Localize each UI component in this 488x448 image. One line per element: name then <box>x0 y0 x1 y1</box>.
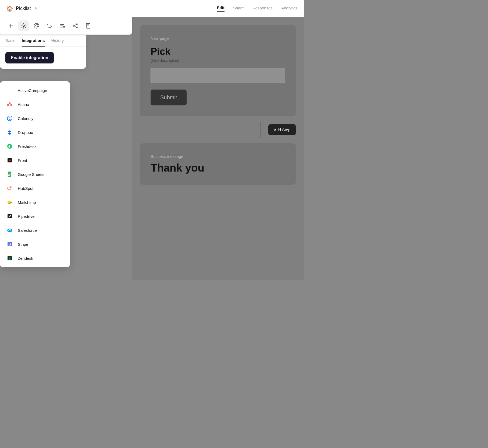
gear-icon <box>21 23 27 29</box>
integration-item[interactable]: Asana <box>0 97 70 111</box>
integration-name: Calendly <box>18 116 33 121</box>
svg-point-41 <box>7 229 12 232</box>
integration-item[interactable]: ZZendesk <box>0 251 70 265</box>
integration-icon-freshdesk <box>5 142 14 151</box>
integration-name: Stripe <box>18 242 28 247</box>
field-title: Pick <box>151 46 285 57</box>
app-title: Picklist <box>16 6 31 11</box>
svg-point-12 <box>76 24 77 25</box>
palette-button[interactable] <box>31 20 42 31</box>
svg-line-16 <box>74 26 76 27</box>
edit-title-icon[interactable]: ✎ <box>35 6 38 11</box>
integration-name: Zendesk <box>18 256 33 261</box>
integration-item[interactable]: PPipedrive <box>0 209 70 223</box>
svg-line-11 <box>65 28 65 29</box>
home-icon[interactable]: 🏠 <box>6 5 13 12</box>
add-step-area: Add Step <box>140 122 296 138</box>
tab-integrations[interactable]: Integrations <box>22 34 45 47</box>
integration-icon-dropbox <box>5 128 14 137</box>
integration-item[interactable]: Salesforce <box>0 223 70 237</box>
integration-name: Front <box>18 158 27 163</box>
integration-item[interactable]: ActiveCampaign <box>0 83 70 97</box>
integration-name: HubSpot <box>18 186 33 191</box>
search-icon <box>59 23 65 29</box>
settings-panel: Basic Integrations History Enable integr… <box>0 34 86 69</box>
field-input[interactable] <box>151 68 285 83</box>
share-icon <box>72 23 78 29</box>
integration-name: Salesforce <box>18 228 37 233</box>
plus-icon <box>8 23 13 29</box>
integration-icon-zendesk: Z <box>5 254 14 262</box>
svg-point-3 <box>35 25 36 26</box>
settings-button[interactable] <box>18 20 29 31</box>
svg-rect-31 <box>8 174 11 174</box>
integration-item[interactable]: Mailchimp <box>0 195 70 209</box>
svg-point-22 <box>7 104 9 106</box>
integrations-dropdown: ActiveCampaignAsanaCCalendlyDropboxFresh… <box>0 81 70 267</box>
nav-analytics[interactable]: Analytics <box>281 6 297 11</box>
nav-responses[interactable]: Responses <box>252 6 273 11</box>
integration-item[interactable]: SStripe <box>0 237 70 251</box>
enable-integration-button[interactable]: Enable integration <box>5 52 54 63</box>
add-step-button[interactable]: Add Step <box>268 124 296 135</box>
undo-button[interactable] <box>44 20 55 31</box>
nav-edit[interactable]: Edit <box>217 5 225 12</box>
integration-name: Mailchimp <box>18 200 36 205</box>
integration-name: ActiveCampaign <box>18 88 47 93</box>
svg-point-2 <box>23 25 24 27</box>
search-button[interactable] <box>57 20 68 31</box>
undo-icon <box>47 23 52 29</box>
integration-name: Pipedrive <box>18 214 35 219</box>
top-nav: 🏠 Picklist ✎ Edit Share Responses Analyt… <box>0 0 304 17</box>
add-step-line <box>261 122 261 138</box>
svg-rect-30 <box>8 173 11 173</box>
integration-item[interactable]: Freshdesk <box>0 139 70 153</box>
svg-text:P: P <box>8 214 11 218</box>
svg-point-36 <box>8 201 12 204</box>
integration-icon-google-sheets <box>5 170 14 179</box>
svg-point-23 <box>10 104 12 106</box>
tab-history[interactable]: History <box>51 34 64 47</box>
share-button[interactable] <box>70 20 81 31</box>
svg-rect-33 <box>8 175 10 176</box>
integration-item[interactable]: CCalendly <box>0 111 70 125</box>
svg-line-15 <box>74 24 76 26</box>
integration-item[interactable]: HubSpot <box>0 181 70 195</box>
nav-share[interactable]: Share <box>233 6 244 11</box>
panel-content: Enable integration <box>0 47 86 69</box>
integration-item[interactable]: Google Sheets <box>0 167 70 181</box>
add-button[interactable] <box>5 20 16 31</box>
document-icon <box>85 23 91 29</box>
integration-item[interactable]: FFront <box>0 153 70 167</box>
integration-icon-stripe: S <box>5 240 14 248</box>
page-label: New page <box>151 36 285 41</box>
success-card: Success message Thank you <box>140 143 296 185</box>
svg-text:C: C <box>9 117 11 120</box>
toolbar <box>0 17 132 35</box>
integration-icon-front: F <box>5 156 14 165</box>
content-area: New page Pick (field description) Submit… <box>132 17 304 280</box>
integration-name: Asana <box>18 102 29 107</box>
svg-point-21 <box>9 102 11 104</box>
svg-rect-29 <box>8 172 11 177</box>
svg-point-4 <box>36 24 37 25</box>
integration-icon-asana <box>5 100 14 109</box>
svg-text:Z: Z <box>9 256 11 260</box>
svg-rect-32 <box>8 175 11 175</box>
svg-rect-9 <box>60 27 63 27</box>
svg-point-14 <box>76 27 77 28</box>
integration-icon-pipedrive: P <box>5 212 14 221</box>
tabs-row: Basic Integrations History <box>0 34 86 47</box>
svg-point-13 <box>73 25 74 26</box>
tab-basic[interactable]: Basic <box>5 34 15 47</box>
document-button[interactable] <box>83 20 94 31</box>
submit-button[interactable]: Submit <box>151 90 187 105</box>
svg-point-38 <box>10 202 11 202</box>
integration-name: Freshdesk <box>18 144 37 149</box>
integration-icon-activecampaign <box>5 86 14 95</box>
integration-item[interactable]: Dropbox <box>0 125 70 139</box>
integration-icon-salesforce <box>5 226 14 234</box>
nav-left: 🏠 Picklist ✎ <box>6 5 38 12</box>
svg-text:F: F <box>9 158 11 162</box>
integration-name: Dropbox <box>18 130 33 135</box>
